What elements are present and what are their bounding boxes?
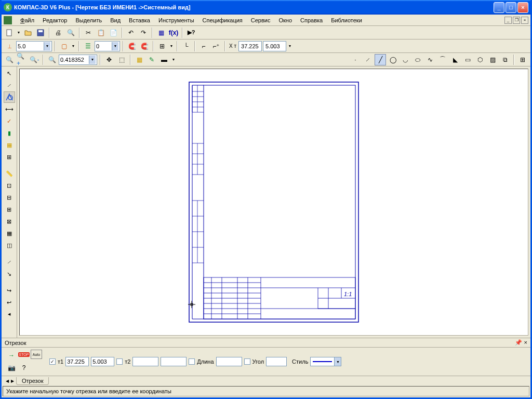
mdi-close[interactable]: ×	[521, 17, 528, 24]
length-input[interactable]	[216, 357, 242, 366]
panel-pin-icon[interactable]: 📌	[515, 339, 522, 346]
panel-close-icon[interactable]: ×	[524, 339, 527, 346]
lt-text[interactable]: ▮	[4, 127, 15, 139]
help2-button[interactable]: ?	[18, 362, 30, 374]
menu-insert[interactable]: Вставка	[125, 16, 154, 24]
geom-chamfer-button[interactable]: ◣	[449, 54, 461, 65]
auto-button[interactable]: Auto	[31, 350, 42, 359]
zoom-fit-button[interactable]: 🔍	[4, 54, 15, 65]
local-cs-button[interactable]: ⌐	[198, 41, 209, 52]
undo-button[interactable]: ↶	[125, 27, 137, 38]
cut-button[interactable]: ✂	[83, 27, 94, 38]
geom-line-button[interactable]: ╱	[375, 54, 386, 65]
tab-nav-left[interactable]: ◀	[6, 379, 9, 383]
layer-dropdown[interactable]: ▼	[95, 41, 120, 51]
lt-geometry[interactable]	[4, 91, 15, 103]
geom-spline-button[interactable]: ∿	[424, 54, 436, 65]
t2y-input[interactable]	[161, 357, 187, 366]
t2x-input[interactable]	[132, 357, 158, 366]
style-dropdown[interactable]: ▼	[310, 357, 341, 366]
geom-assemble-button[interactable]: ⊞	[517, 54, 528, 65]
step-arrow[interactable]: ▼	[44, 42, 50, 50]
stop-button[interactable]: STOP	[18, 350, 30, 359]
zoom-arrow[interactable]: ▼	[89, 56, 96, 64]
redraw-button[interactable]: ▦	[134, 54, 145, 65]
new-button[interactable]	[4, 27, 15, 38]
angle-input[interactable]	[266, 357, 287, 366]
lt-t3[interactable]: ⊞	[4, 204, 15, 215]
snap-on-button[interactable]: 🧲	[126, 41, 138, 52]
paste-button[interactable]: 📄	[108, 27, 119, 38]
zoom-out-button[interactable]: 🔍-	[29, 54, 40, 65]
snap-off-button[interactable]: 🧲	[139, 41, 150, 52]
variables-button[interactable]: f(x)	[168, 27, 179, 38]
t1y-input[interactable]	[91, 357, 114, 366]
geom-equid-button[interactable]: ⧉	[499, 54, 511, 65]
state-dropdown-arrow[interactable]: ▼	[71, 41, 76, 52]
menu-libs[interactable]: Библиотеки	[327, 16, 366, 24]
tab-segment[interactable]: Отрезок	[16, 377, 49, 385]
geom-arc-button[interactable]: ◡	[400, 54, 411, 65]
menu-file[interactable]: Файл	[16, 16, 38, 24]
minimize-button[interactable]: _	[494, 2, 504, 13]
tool-a-button[interactable]: ✎	[146, 54, 157, 65]
layer-input[interactable]	[96, 43, 112, 49]
grid-dropdown-arrow[interactable]: ▼	[169, 41, 174, 52]
geom-point-button[interactable]: ·	[350, 54, 361, 65]
step-input[interactable]	[18, 43, 44, 49]
lt-unused1[interactable]: ⟋	[4, 79, 15, 91]
lt-t10[interactable]: ↩	[4, 297, 15, 308]
new-dropdown[interactable]: ▼	[16, 27, 21, 38]
length-checkbox[interactable]	[189, 358, 195, 365]
lt-t7[interactable]: ⟋	[4, 256, 15, 268]
grid-button[interactable]: ⊞	[156, 41, 168, 52]
close-button[interactable]: ×	[517, 2, 528, 13]
lt-t6[interactable]: ◫	[4, 240, 15, 251]
layer-arrow[interactable]: ▼	[112, 42, 118, 50]
geom-fillet-button[interactable]: ⌒	[437, 54, 448, 65]
lt-dimensions[interactable]: ⟷	[4, 103, 15, 115]
zoom-input[interactable]	[60, 57, 89, 63]
preview-button[interactable]: 🔍	[65, 27, 76, 38]
lt-t2[interactable]: ⊟	[4, 192, 15, 203]
drawing-canvas[interactable]: 1:1	[19, 69, 528, 336]
geom-hatch-button[interactable]: ▨	[487, 54, 498, 65]
open-button[interactable]	[22, 27, 34, 38]
local-cs-xy-button[interactable]: ⌐⁺	[210, 41, 222, 52]
menu-view[interactable]: Вид	[106, 16, 125, 24]
lt-t8[interactable]: ↘	[4, 268, 15, 280]
t1x-input[interactable]	[65, 357, 89, 366]
geom-circle-button[interactable]: ◯	[387, 54, 398, 65]
menu-select[interactable]: Выделить	[71, 16, 106, 24]
menu-window[interactable]: Окно	[274, 16, 296, 24]
lt-edit[interactable]: ▦	[4, 139, 15, 151]
lt-measure[interactable]: 📏	[4, 168, 15, 179]
lt-symbols[interactable]: ✓	[4, 115, 15, 127]
lt-t5[interactable]: ▦	[4, 228, 15, 239]
tool-b-button[interactable]: ▬	[158, 54, 170, 65]
geom-rect-button[interactable]: ▭	[462, 54, 473, 65]
lt-expand[interactable]: ◀	[4, 309, 15, 320]
geom-aux-button[interactable]: ⟋	[362, 54, 374, 65]
style-arrow[interactable]: ▼	[334, 357, 341, 366]
tool-b-arrow[interactable]: ▼	[171, 54, 176, 65]
coord-dropdown-arrow[interactable]: ▼	[287, 41, 292, 52]
step-dropdown[interactable]: ▼	[16, 41, 52, 51]
lt-t9[interactable]: ↪	[4, 285, 15, 296]
menu-tools[interactable]: Инструменты	[154, 16, 198, 24]
create-object-button[interactable]: →	[6, 350, 17, 361]
zoom-dropdown[interactable]: ▼	[59, 55, 97, 65]
save-button[interactable]	[35, 27, 46, 38]
copy-button[interactable]: 📋	[95, 27, 107, 38]
lt-select[interactable]: ↖	[4, 68, 15, 79]
redo-button[interactable]: ↷	[138, 27, 149, 38]
geom-contour-button[interactable]: ⬡	[474, 54, 486, 65]
tab-nav-right[interactable]: ▶	[11, 379, 14, 383]
layers-button[interactable]: ☰	[82, 41, 94, 52]
lt-t1[interactable]: ⊡	[4, 180, 15, 191]
mdi-minimize[interactable]: _	[504, 17, 512, 24]
lt-params[interactable]: ⊞	[4, 151, 15, 163]
geom-ellipse-button[interactable]: ⬭	[412, 54, 423, 65]
maximize-button[interactable]: □	[506, 2, 516, 13]
menu-help[interactable]: Справка	[296, 16, 327, 24]
